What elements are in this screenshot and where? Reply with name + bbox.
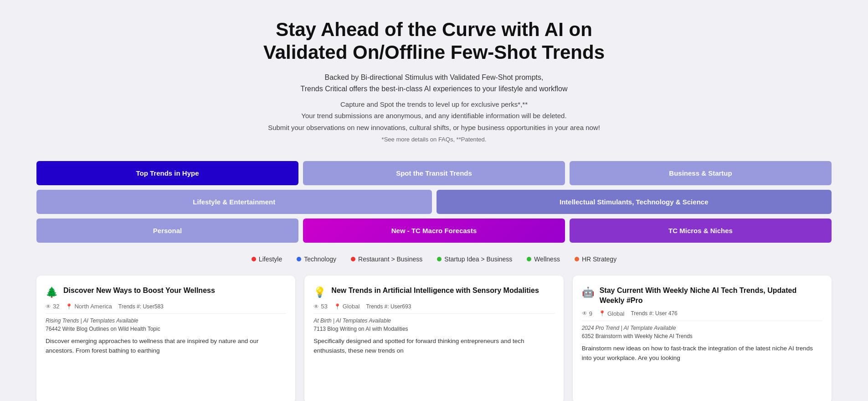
nav-tc-macro-forecasts[interactable]: New - TC Macro Forecasts <box>303 219 565 243</box>
card-ai-location: 📍 Global <box>334 303 360 310</box>
nav-business-startup[interactable]: Business & Startup <box>570 161 832 185</box>
nav-row-1: Top Trends in Hype Spot the Transit Tren… <box>36 161 832 185</box>
card-wellness-location: 📍 North America <box>66 303 112 310</box>
location-icon: 📍 <box>66 303 72 310</box>
card-wellness-header: 🌲 Discover New Ways to Boost Your Wellne… <box>46 286 286 298</box>
card-ai-tag1: At Birth | AI Templates Available <box>313 318 554 324</box>
card-niche-meta: 👁 9 📍 Global Trends #: User 476 <box>582 310 822 317</box>
card-niche-hash: Trends #: User 476 <box>631 310 677 317</box>
card-niche-header: 🤖 Stay Current With Weekly Niche AI Tech… <box>582 286 822 305</box>
card-ai-trends: 💡 New Trends in Artificial Intelligence … <box>304 276 563 401</box>
hero-footnote: *See more details on FAQs, **Patented. <box>36 136 832 143</box>
tag-startup-business[interactable]: Startup Idea > Business <box>437 255 512 263</box>
card-ai-title: New Trends in Artificial Intelligence wi… <box>331 286 539 296</box>
tag-wellness[interactable]: Wellness <box>527 255 560 263</box>
card-wellness-title: Discover New Ways to Boost Your Wellness <box>63 286 215 296</box>
views-icon: 👁 <box>46 303 51 310</box>
hero-subtitle1: Backed by Bi-directional Stimulus with V… <box>36 72 832 95</box>
card-divider <box>46 313 286 314</box>
tag-lifestyle[interactable]: Lifestyle <box>252 255 282 263</box>
card-niche-tag1: 2024 Pro Trend | AI Template Available <box>582 325 822 331</box>
nav-top-trends-hype[interactable]: Top Trends in Hype <box>36 161 298 185</box>
cards-section: 🌲 Discover New Ways to Boost Your Wellne… <box>36 276 832 401</box>
views-icon: 👁 <box>313 303 319 310</box>
card-niche-body: Brainstorm new ideas on how to fast-trac… <box>582 344 822 363</box>
card-wellness-tag1: Rising Trends | AI Templates Available <box>46 318 286 324</box>
tag-dot-hr <box>575 257 579 261</box>
card-ai-body: Specifically designed and spotted for fo… <box>313 337 554 356</box>
nav-row-2: Lifestyle & Entertainment Intellectual S… <box>36 190 832 214</box>
card-wellness-views: 👁 32 <box>46 303 59 310</box>
tag-restaurant-business[interactable]: Restaurant > Business <box>351 255 422 263</box>
nav-personal[interactable]: Personal <box>36 219 298 243</box>
card-niche-ai: 🤖 Stay Current With Weekly Niche AI Tech… <box>573 276 832 401</box>
card-divider <box>313 313 554 314</box>
location-icon: 📍 <box>334 303 341 310</box>
location-icon: 📍 <box>599 310 606 317</box>
nav-intellectual-stimulants[interactable]: Intellectual Stimulants, Technology & Sc… <box>437 190 832 214</box>
hero-title: Stay Ahead of the Curve with AI on Valid… <box>36 18 832 64</box>
card-niche-views: 👁 9 <box>582 310 592 317</box>
card-niche-title: Stay Current With Weekly Niche AI Tech T… <box>600 286 822 305</box>
card-ai-tag2: 7113 Blog Writing on AI with Modalities <box>313 326 554 332</box>
tag-technology[interactable]: Technology <box>297 255 336 263</box>
card-niche-tag2: 6352 Brainstorm with Weekly Niche AI Tre… <box>582 333 822 339</box>
tags-row: Lifestyle Technology Restaurant > Busine… <box>36 255 832 263</box>
nav-tc-micros-niches[interactable]: TC Micros & Niches <box>570 219 832 243</box>
nav-lifestyle-entertainment[interactable]: Lifestyle & Entertainment <box>36 190 432 214</box>
tag-hr-strategy[interactable]: HR Strategy <box>575 255 616 263</box>
tag-dot-wellness <box>527 257 531 261</box>
card-ai-meta: 👁 53 📍 Global Trends #: User693 <box>313 303 554 310</box>
card-niche-location: 📍 Global <box>599 310 625 317</box>
tag-dot-startup <box>437 257 442 261</box>
card-ai-views: 👁 53 <box>313 303 327 310</box>
nav-row-3: Personal New - TC Macro Forecasts TC Mic… <box>36 219 832 243</box>
card-ai-header: 💡 New Trends in Artificial Intelligence … <box>313 286 554 298</box>
card-wellness: 🌲 Discover New Ways to Boost Your Wellne… <box>36 276 295 401</box>
nav-spot-transit-trends[interactable]: Spot the Transit Trends <box>303 161 565 185</box>
tag-dot-lifestyle <box>252 257 256 261</box>
card-niche-icon: 🤖 <box>582 286 594 298</box>
card-divider <box>582 321 822 321</box>
card-wellness-tag2: 76442 Write Blog Outlines on Wild Health… <box>46 326 286 332</box>
hero-desc: Capture and Spot the trends to level up … <box>36 99 832 134</box>
card-ai-hash: Trends #: User693 <box>366 303 411 310</box>
card-wellness-hash: Trends #: User583 <box>118 303 164 310</box>
card-wellness-body: Discover emerging approaches to wellness… <box>46 337 286 356</box>
card-wellness-meta: 👁 32 📍 North America Trends #: User583 <box>46 303 286 310</box>
tag-dot-restaurant <box>351 257 355 261</box>
views-icon: 👁 <box>582 310 587 317</box>
tag-dot-technology <box>297 257 301 261</box>
hero-section: Stay Ahead of the Curve with AI on Valid… <box>36 18 832 143</box>
card-ai-icon: 💡 <box>313 286 326 298</box>
card-wellness-icon: 🌲 <box>46 286 58 298</box>
